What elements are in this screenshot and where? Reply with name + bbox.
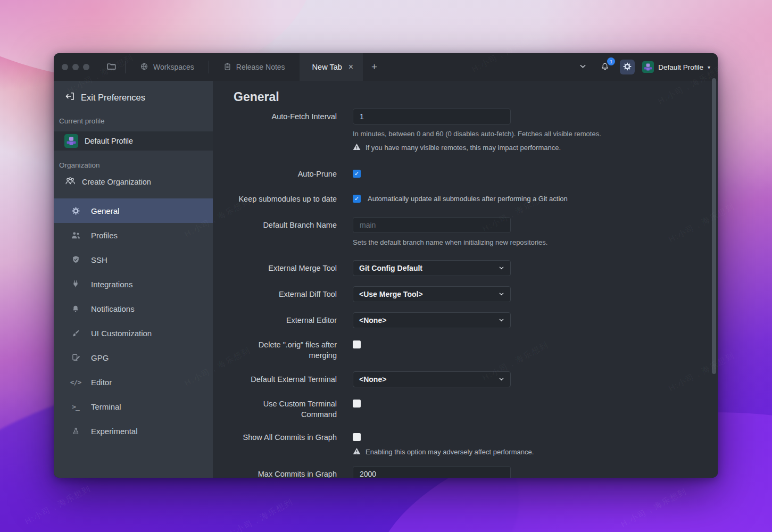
file-signature-icon — [70, 353, 81, 362]
chevron-down-icon — [499, 316, 504, 325]
setting-show-all-commits: Show All Commits in Graph Enabling this … — [234, 431, 718, 456]
close-window-button[interactable] — [62, 64, 68, 70]
setting-external-editor: External Editor <None> — [234, 312, 718, 328]
help-text: Sets the default branch name when initia… — [353, 238, 547, 247]
select-value: Git Config Default — [359, 264, 422, 272]
plug-icon — [70, 279, 81, 289]
people-group-icon — [65, 177, 76, 187]
create-organization-button[interactable]: Create Organization — [54, 174, 213, 190]
profile-menu[interactable]: Default Profile ▾ — [642, 61, 710, 73]
external-merge-tool-select[interactable]: Git Config Default — [353, 260, 511, 276]
sidebar-item-experimental[interactable]: Experimental — [54, 419, 213, 443]
titlebar: Workspaces Release Notes New Tab × + — [54, 53, 718, 81]
titlebar-right-controls: 1 Default Profile ▾ — [575, 53, 718, 81]
field-label: Keep submodules up to date — [234, 193, 337, 204]
warning-text: Enabling this option may adversely affec… — [366, 448, 534, 456]
gear-icon — [70, 206, 81, 215]
warning-row: If you have many visible remotes, this m… — [353, 143, 561, 152]
select-value: <Use Merge Tool> — [359, 290, 423, 298]
field-label: Max Commits in Graph — [234, 466, 337, 478]
delete-orig-checkbox[interactable] — [353, 340, 361, 348]
sidebar-item-label: General — [91, 206, 119, 215]
setting-auto-prune: Auto-Prune ✓ — [234, 168, 718, 179]
traffic-lights — [54, 53, 98, 81]
bell-icon — [70, 304, 81, 313]
custom-terminal-command-checkbox[interactable] — [353, 400, 361, 408]
sidebar-item-editor[interactable]: </> Editor — [54, 370, 213, 394]
sidebar-item-terminal[interactable]: >_ Terminal — [54, 394, 213, 419]
field-label: External Merge Tool — [234, 260, 337, 273]
show-all-commits-checkbox[interactable] — [353, 433, 361, 441]
terminal-icon: >_ — [70, 403, 81, 411]
sidebar-item-label: Editor — [91, 378, 112, 387]
tab-new-tab-label: New Tab — [312, 63, 342, 71]
flask-icon — [70, 427, 81, 436]
tab-overflow-button[interactable] — [575, 60, 590, 74]
max-commits-input[interactable] — [353, 466, 511, 478]
field-label: External Editor — [234, 312, 337, 326]
repo-management-button[interactable] — [98, 53, 125, 81]
sidebar-item-label: Experimental — [91, 427, 138, 436]
chevron-down-icon — [499, 290, 504, 298]
minimize-window-button[interactable] — [72, 64, 79, 70]
organization-heading: Organization — [54, 161, 213, 169]
setting-auto-fetch-interval: Auto-Fetch Interval In minutes, between … — [234, 109, 718, 152]
field-label: Auto-Fetch Interval — [234, 109, 337, 122]
preferences-nav: General Profiles SSH — [54, 198, 213, 443]
warning-icon — [353, 447, 361, 456]
setting-use-custom-terminal-command: Use Custom Terminal Command — [234, 398, 718, 420]
close-tab-icon[interactable]: × — [348, 63, 353, 71]
zoom-window-button[interactable] — [83, 64, 89, 70]
sidebar-item-label: Integrations — [91, 280, 132, 289]
sidebar-item-label: SSH — [91, 255, 107, 264]
notifications-button[interactable]: 1 — [597, 60, 612, 74]
sidebar-item-notifications[interactable]: Notifications — [54, 296, 213, 321]
users-icon — [70, 231, 81, 239]
watermark: H:小司，海乐想到 — [23, 484, 93, 527]
auto-fetch-interval-input[interactable] — [353, 109, 511, 124]
sidebar-item-ssh[interactable]: SSH — [54, 247, 213, 272]
sidebar-item-general[interactable]: General — [54, 198, 213, 223]
keep-submodules-checkbox[interactable]: ✓ — [353, 195, 361, 203]
exit-preferences-button[interactable]: Exit Preferences — [54, 81, 213, 104]
paintbrush-icon — [70, 329, 81, 338]
avatar — [642, 61, 654, 73]
default-external-terminal-select[interactable]: <None> — [353, 371, 511, 387]
sidebar-item-label: GPG — [91, 353, 109, 362]
warning-text: If you have many visible remotes, this m… — [366, 144, 561, 152]
preferences-sidebar: Exit Preferences Current profile Default… — [54, 81, 213, 478]
checkbox-note: Automatically update all submodules afte… — [368, 193, 568, 203]
external-editor-select[interactable]: <None> — [353, 312, 511, 328]
preferences-gear-button[interactable] — [620, 60, 635, 74]
window-body: Exit Preferences Current profile Default… — [54, 81, 718, 478]
chevron-down-icon — [499, 375, 504, 384]
tab-release-notes[interactable]: Release Notes — [209, 53, 300, 81]
warning-icon — [353, 143, 361, 152]
sidebar-item-label: Terminal — [91, 402, 121, 411]
sidebar-item-integrations[interactable]: Integrations — [54, 272, 213, 296]
gear-icon — [622, 62, 632, 73]
add-tab-button[interactable]: + — [363, 53, 386, 81]
setting-max-commits: Max Commits in Graph — [234, 466, 718, 478]
sidebar-item-label: Notifications — [91, 304, 135, 313]
external-diff-tool-select[interactable]: <Use Merge Tool> — [353, 286, 511, 302]
default-branch-name-input[interactable] — [353, 217, 511, 233]
sidebar-item-ui-customization[interactable]: UI Customization — [54, 321, 213, 345]
setting-default-external-terminal: Default External Terminal <None> — [234, 371, 718, 387]
workspaces-icon — [140, 62, 148, 72]
auto-prune-checkbox[interactable]: ✓ — [353, 170, 361, 178]
scrollbar-thumb[interactable] — [712, 78, 716, 374]
sidebar-item-gpg[interactable]: GPG — [54, 345, 213, 370]
sidebar-item-profiles[interactable]: Profiles — [54, 223, 213, 247]
chevron-down-icon — [578, 62, 587, 72]
current-profile-item[interactable]: Default Profile — [54, 131, 213, 151]
tab-new-tab[interactable]: New Tab × — [300, 53, 363, 81]
tab-workspaces[interactable]: Workspaces — [126, 53, 209, 81]
setting-external-merge-tool: External Merge Tool Git Config Default — [234, 260, 718, 276]
field-label: Delete ".orig" files after merging — [234, 339, 337, 361]
field-label: Use Custom Terminal Command — [234, 398, 337, 420]
desktop-wallpaper: Workspaces Release Notes New Tab × + — [0, 0, 772, 532]
setting-default-branch-name: Default Branch Name Sets the default bra… — [234, 217, 718, 247]
field-label: Auto-Prune — [234, 168, 337, 179]
profile-menu-label: Default Profile — [658, 63, 703, 71]
